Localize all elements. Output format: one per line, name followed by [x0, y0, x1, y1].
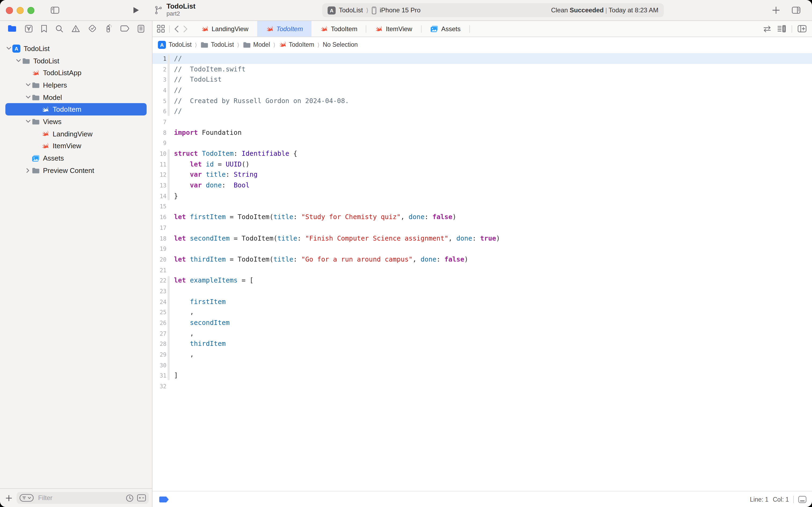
recent-files-clock-icon[interactable]	[126, 494, 134, 502]
line-number[interactable]: 13	[153, 182, 167, 188]
line-number[interactable]: 22	[153, 277, 167, 284]
breakpoints-navigator-icon[interactable]	[120, 25, 129, 32]
line-number[interactable]: 2	[153, 66, 167, 72]
line-number[interactable]: 6	[153, 108, 167, 115]
add-file-button[interactable]	[5, 494, 12, 501]
line-number[interactable]: 1	[153, 55, 167, 62]
breadcrumb-item-todolist[interactable]: TodoList	[200, 41, 234, 48]
filter-input[interactable]	[37, 494, 122, 502]
code-line-32[interactable]: 32	[153, 381, 812, 392]
code-line-12[interactable]: 12 var title: String	[153, 169, 812, 180]
tab-landingview[interactable]: LandingView	[192, 21, 257, 37]
tree-item-todolistapp[interactable]: TodoListApp	[5, 67, 147, 79]
swap-editor-icon[interactable]	[763, 25, 772, 33]
code-line-11[interactable]: 11 let id = UUID()	[153, 159, 812, 169]
line-number[interactable]: 4	[153, 87, 167, 94]
tree-item-landingview[interactable]: LandingView	[5, 128, 147, 140]
code-line-3[interactable]: 3// TodoList	[153, 74, 812, 85]
filter-field[interactable]	[17, 492, 149, 504]
line-number[interactable]: 10	[153, 150, 167, 157]
code-line-30[interactable]: 30	[153, 360, 812, 370]
line-number[interactable]: 30	[153, 362, 167, 369]
code-line-29[interactable]: 29 ,	[153, 349, 812, 360]
code-fold-ribbon[interactable]	[168, 54, 170, 116]
source-editor[interactable]: 1//2// TodoItem.swift3// TodoList4//5// …	[153, 52, 812, 492]
line-number[interactable]: 8	[153, 129, 167, 135]
code-line-21[interactable]: 21	[153, 265, 812, 275]
code-line-1[interactable]: 1//	[153, 53, 812, 64]
line-number[interactable]: 3	[153, 76, 167, 83]
code-fold-ribbon[interactable]	[168, 276, 170, 380]
line-number[interactable]: 9	[153, 140, 167, 146]
tree-item-views[interactable]: Views	[5, 115, 147, 127]
line-number[interactable]: 11	[153, 161, 167, 167]
line-number[interactable]: 21	[153, 267, 167, 273]
code-line-9[interactable]: 9	[153, 138, 812, 148]
source-control-status-filter-icon[interactable]	[137, 494, 146, 502]
code-line-19[interactable]: 19	[153, 243, 812, 254]
breadcrumb-item-todolist[interactable]: ATodoList	[158, 41, 192, 49]
source-control-navigator-icon[interactable]	[25, 24, 33, 33]
line-number[interactable]: 7	[153, 119, 167, 125]
line-number[interactable]: 20	[153, 256, 167, 263]
line-number[interactable]: 12	[153, 172, 167, 178]
issues-navigator-icon[interactable]	[71, 24, 80, 33]
code-line-13[interactable]: 13 var done: Bool	[153, 180, 812, 191]
code-line-17[interactable]: 17	[153, 222, 812, 233]
tree-item-todoitem[interactable]: TodoItem	[5, 103, 147, 115]
line-number[interactable]: 27	[153, 330, 167, 336]
line-number[interactable]: 28	[153, 341, 167, 347]
disclosure-open-icon[interactable]	[25, 96, 31, 99]
go-forward-icon[interactable]	[183, 25, 188, 33]
code-line-20[interactable]: 20let thirdItem = TodoItem(title: "Go fo…	[153, 254, 812, 265]
toggle-navigator-icon[interactable]	[51, 6, 60, 14]
related-items-icon[interactable]	[157, 25, 165, 33]
code-line-7[interactable]: 7	[153, 117, 812, 127]
line-number[interactable]: 16	[153, 214, 167, 220]
code-line-14[interactable]: 14}	[153, 191, 812, 201]
minimize-window-button[interactable]	[17, 7, 23, 14]
build-status[interactable]: Clean Succeeded|Today at 8:23 AM	[551, 6, 658, 14]
minimap-icon[interactable]	[777, 25, 786, 33]
tab-todoitem-active[interactable]: TodoItem	[257, 21, 311, 37]
tree-item-model[interactable]: Model	[5, 91, 147, 103]
disclosure-open-icon[interactable]	[5, 47, 12, 50]
scheme-selector[interactable]: A TodoList ⟩ iPhone 15 Pro	[328, 6, 420, 14]
code-line-24[interactable]: 24 firstItem	[153, 296, 812, 307]
library-plus-button[interactable]	[772, 6, 780, 14]
bookmarks-navigator-icon[interactable]	[41, 24, 47, 33]
go-back-icon[interactable]	[174, 25, 179, 33]
breakpoint-toggle-icon[interactable]	[159, 496, 169, 502]
code-line-2[interactable]: 2// TodoItem.swift	[153, 64, 812, 74]
breadcrumb-item-model[interactable]: Model	[242, 41, 270, 48]
code-line-23[interactable]: 23	[153, 286, 812, 296]
line-number[interactable]: 25	[153, 309, 167, 316]
zoom-window-button[interactable]	[27, 7, 35, 14]
code-line-18[interactable]: 18let secondItem = TodoItem(title: "Fini…	[153, 233, 812, 243]
code-line-27[interactable]: 27 ,	[153, 328, 812, 339]
editor-options-icon[interactable]	[798, 496, 807, 503]
project-navigator-icon[interactable]	[7, 25, 17, 32]
line-number[interactable]: 23	[153, 288, 167, 294]
code-line-15[interactable]: 15	[153, 201, 812, 212]
tree-item-itemview[interactable]: ItemView	[5, 140, 147, 152]
code-line-25[interactable]: 25 ,	[153, 307, 812, 318]
code-line-8[interactable]: 8import Foundation	[153, 127, 812, 138]
code-line-28[interactable]: 28 thirdItem	[153, 339, 812, 349]
tab-itemview[interactable]: ItemView	[366, 21, 421, 37]
find-navigator-icon[interactable]	[55, 24, 63, 33]
tree-item-todolist[interactable]: TodoList	[5, 55, 147, 67]
tree-item-preview-content[interactable]: Preview Content	[5, 164, 147, 176]
reports-navigator-icon[interactable]	[137, 24, 144, 33]
line-number[interactable]: 32	[153, 383, 167, 389]
code-line-26[interactable]: 26 secondItem	[153, 318, 812, 328]
tree-item-todolist[interactable]: ATodoList	[5, 43, 147, 55]
line-number[interactable]: 14	[153, 193, 167, 199]
tab-todoitem[interactable]: TodoItem	[311, 21, 366, 37]
toggle-inspector-icon[interactable]	[792, 6, 801, 14]
close-window-button[interactable]	[6, 7, 13, 14]
filter-options-icon[interactable]	[19, 494, 34, 502]
tests-navigator-icon[interactable]	[88, 24, 97, 33]
disclosure-open-icon[interactable]	[15, 59, 21, 62]
code-line-22[interactable]: 22let exampleItems = [	[153, 275, 812, 286]
